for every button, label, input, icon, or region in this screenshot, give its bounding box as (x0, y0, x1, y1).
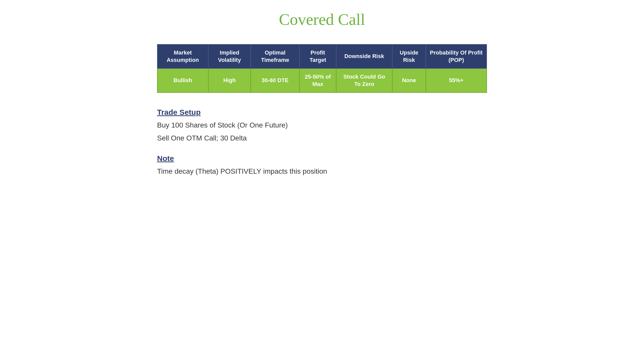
cell-implied-volatility: High (208, 68, 251, 93)
col-header-implied-volatility: Implied Volatility (208, 44, 251, 68)
note-heading: Note (157, 154, 487, 163)
page-container: Covered Call Market Assumption Implied V… (157, 10, 487, 179)
cell-pop: 55%+ (426, 68, 487, 93)
note-section: Note Time decay (Theta) POSITIVELY impac… (157, 154, 487, 177)
note-text: Time decay (Theta) POSITIVELY impacts th… (157, 166, 487, 177)
trade-setup-line2: Sell One OTM Call; 30 Delta (157, 133, 487, 144)
trade-setup-section: Trade Setup Buy 100 Shares of Stock (Or … (157, 108, 487, 144)
col-header-downside-risk: Downside Risk (336, 44, 392, 68)
col-header-pop: Probability Of Profit (POP) (426, 44, 487, 68)
trade-setup-heading: Trade Setup (157, 108, 487, 117)
col-header-upside-risk: Upside Risk (392, 44, 426, 68)
col-header-market-assumption: Market Assumption (157, 44, 208, 68)
table-header-row: Market Assumption Implied Volatility Opt… (157, 44, 487, 68)
info-table: Market Assumption Implied Volatility Opt… (157, 44, 487, 93)
cell-profit-target: 25-50% of Max (299, 68, 336, 93)
col-header-optimal-timeframe: Optimal Timeframe (251, 44, 299, 68)
table-wrapper: Market Assumption Implied Volatility Opt… (157, 44, 487, 93)
trade-setup-line1: Buy 100 Shares of Stock (Or One Future) (157, 120, 487, 131)
cell-market-assumption: Bullish (157, 68, 208, 93)
table-row: Bullish High 30-60 DTE 25-50% of Max Sto… (157, 68, 487, 93)
cell-optimal-timeframe: 30-60 DTE (251, 68, 299, 93)
cell-upside-risk: None (392, 68, 426, 93)
page-title: Covered Call (157, 10, 487, 29)
cell-downside-risk: Stock Could Go To Zero (336, 68, 392, 93)
col-header-profit-target: Profit Target (299, 44, 336, 68)
